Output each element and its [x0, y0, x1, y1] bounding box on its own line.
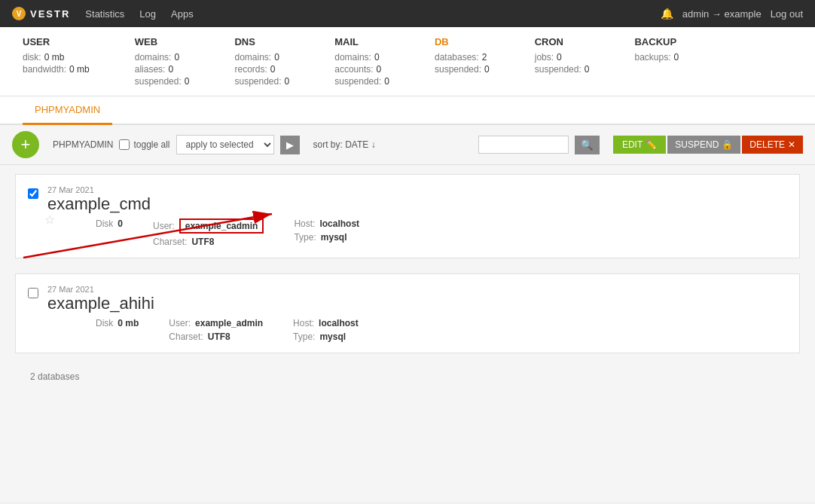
footer-count: 2 databases: [15, 362, 800, 391]
add-database-button[interactable]: +: [12, 131, 39, 158]
db2-charset: Charset: UTF8: [169, 331, 263, 342]
toolbar-row: + PHPMYADMIN toggle all apply to selecte…: [0, 125, 815, 165]
bell-icon[interactable]: 🔔: [661, 8, 673, 20]
info-user-bandwidth: bandwidth: 0 mb: [23, 64, 90, 75]
db2-host-col: Host: localhost Type: mysql: [293, 318, 359, 342]
db2-date: 27 Mar 2021: [47, 285, 154, 294]
database-item-1: 27 Mar 2021 example_cmd ☆ Disk 0 User: e…: [15, 174, 800, 258]
info-web-rows: domains:0 aliases:0 suspended:0: [135, 52, 190, 87]
db2-user-label: User:: [169, 318, 191, 328]
logout-button[interactable]: Log out: [771, 8, 803, 20]
nav-statistics[interactable]: Statistics: [85, 8, 124, 20]
db2-host-value: localhost: [319, 318, 359, 328]
nav-log[interactable]: Log: [139, 8, 156, 20]
info-web[interactable]: WEB domains:0 aliases:0 suspended:0: [135, 36, 190, 87]
db2-header: 27 Mar 2021 example_ahihi: [28, 285, 787, 313]
db1-charset: Charset: UTF8: [153, 237, 264, 247]
db2-disk-col: Disk 0 mb: [96, 318, 139, 342]
db1-name[interactable]: example_cmd: [47, 194, 151, 214]
sort-label: sort by: DATE ↓: [313, 139, 376, 150]
toggle-all-checkbox[interactable]: [119, 139, 130, 150]
info-mail-rows: domains:0 accounts:0 suspended:0: [334, 52, 389, 87]
search-input[interactable]: [478, 136, 569, 154]
db2-fields: Disk 0 mb User: example_admin Charset: U…: [96, 318, 787, 342]
db2-host-label: Host:: [293, 318, 314, 328]
db2-type-label: Type:: [293, 331, 315, 342]
db2-charset-value: UTF8: [208, 331, 230, 342]
info-user-disk: disk: 0 mb: [23, 52, 90, 63]
suspend-icon: 🔒: [722, 139, 733, 150]
action-bar: EDIT ✏️ SUSPEND 🔒 DELETE ✕: [613, 136, 803, 154]
info-cron-title: CRON: [535, 36, 590, 47]
db-databases: databases:2: [435, 52, 490, 63]
db2-disk-label: Disk: [96, 318, 113, 328]
info-db[interactable]: DB databases:2 suspended:0: [435, 36, 490, 87]
toggle-all-label: toggle all: [133, 139, 169, 150]
web-domains: domains:0: [135, 52, 190, 63]
apply-to-selected-dropdown[interactable]: apply to selected: [176, 135, 274, 154]
nav-links: Statistics Log Apps: [85, 8, 193, 20]
delete-button[interactable]: DELETE ✕: [742, 136, 803, 154]
db2-charset-label: Charset:: [169, 331, 203, 342]
logo[interactable]: V VESTR: [12, 7, 70, 20]
db2-disk-value: 0 mb: [118, 318, 139, 328]
suspend-button[interactable]: SUSPEND 🔒: [667, 136, 740, 154]
db1-date-name: 27 Mar 2021 example_cmd: [47, 185, 151, 214]
database-item-2: 27 Mar 2021 example_ahihi Disk 0 mb User…: [15, 273, 800, 353]
db2-user: User: example_admin: [169, 318, 263, 328]
phpmyadmin-label: PHPMYADMIN: [53, 139, 113, 150]
db2-type: Type: mysql: [293, 331, 359, 342]
db1-disk-label: Disk: [96, 218, 113, 229]
info-user-rows: disk: 0 mb bandwidth: 0 mb: [23, 52, 90, 75]
db1-host-col: Host: localhost Type: mysql: [294, 218, 359, 247]
tab-phpmyadmin[interactable]: PHPMYADMIN: [23, 96, 112, 125]
dns-domains: domains:0: [234, 52, 289, 63]
disk-label: disk:: [23, 52, 41, 63]
db1-type-label: Type:: [294, 232, 316, 243]
info-mail-title: MAIL: [334, 36, 389, 47]
db1-charset-label: Charset:: [153, 237, 187, 247]
go-button[interactable]: ▶: [280, 136, 300, 154]
suspend-label: SUSPEND: [675, 139, 719, 150]
databases-count-label: 2 databases: [30, 371, 79, 382]
db2-user-value: example_admin: [195, 318, 263, 328]
nav-left: V VESTR Statistics Log Apps: [12, 7, 194, 20]
nav-apps[interactable]: Apps: [171, 8, 194, 20]
db1-star-icon[interactable]: ☆: [44, 212, 55, 227]
db2-date-name: 27 Mar 2021 example_ahihi: [47, 285, 154, 313]
db1-user-col: User: example_cadmin Charset: UTF8: [153, 218, 264, 247]
info-user[interactable]: USER disk: 0 mb bandwidth: 0 mb: [23, 36, 90, 87]
bandwidth-label: bandwidth:: [23, 64, 66, 75]
delete-label: DELETE: [749, 139, 785, 150]
backup-backups: backups:0: [634, 52, 679, 63]
edit-label: EDIT: [622, 139, 643, 150]
db1-disk-value: 0: [118, 218, 123, 229]
database-list: 27 Mar 2021 example_cmd ☆ Disk 0 User: e…: [0, 174, 815, 391]
db2-name[interactable]: example_ahihi: [47, 294, 154, 313]
info-user-title: USER: [23, 36, 90, 47]
db2-checkbox[interactable]: [28, 288, 38, 298]
db1-type: Type: mysql: [294, 232, 359, 243]
db1-checkbox[interactable]: [28, 188, 38, 199]
info-cron-rows: jobs:0 suspended:0: [535, 52, 590, 75]
info-mail[interactable]: MAIL domains:0 accounts:0 suspended:0: [334, 36, 389, 87]
info-backup-title: BACKUP: [634, 36, 679, 47]
search-button[interactable]: 🔍: [575, 136, 600, 154]
cron-jobs: jobs:0: [535, 52, 590, 63]
edit-button[interactable]: EDIT ✏️: [613, 136, 666, 154]
db1-fields: Disk 0 User: example_cadmin Charset: UTF…: [96, 218, 787, 247]
db-suspended: suspended:0: [435, 64, 490, 75]
db1-disk-col: Disk 0: [96, 218, 123, 247]
dns-suspended: suspended:0: [234, 76, 289, 87]
info-backup[interactable]: BACKUP backups:0: [634, 36, 679, 87]
db1-disk: Disk 0: [96, 218, 123, 229]
info-db-rows: databases:2 suspended:0: [435, 52, 490, 75]
disk-value: 0 mb: [44, 52, 65, 63]
main-content: + PHPMYADMIN toggle all apply to selecte…: [0, 125, 815, 502]
top-navigation: V VESTR Statistics Log Apps 🔔 admin → ex…: [0, 0, 815, 27]
info-cron[interactable]: CRON jobs:0 suspended:0: [535, 36, 590, 87]
info-dns[interactable]: DNS domains:0 records:0 suspended:0: [234, 36, 289, 87]
db2-type-value: mysql: [319, 331, 346, 342]
db1-host-label: Host:: [294, 218, 315, 229]
info-dns-rows: domains:0 records:0 suspended:0: [234, 52, 289, 87]
